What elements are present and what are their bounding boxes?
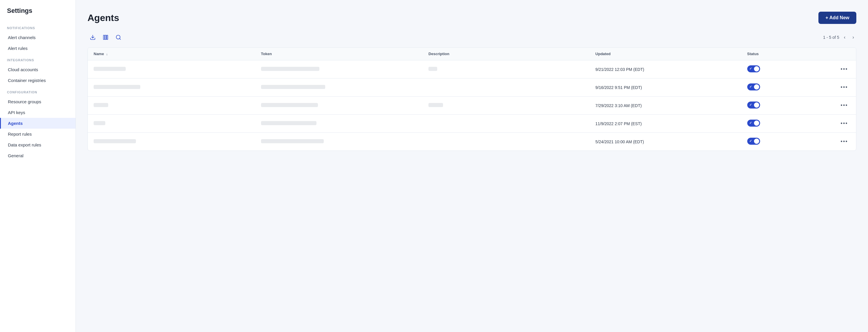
toggle-thumb-2 <box>754 102 759 108</box>
cell-updated-4: 5/24/2021 10:00 AM (EDT) <box>589 133 741 151</box>
toggle-check-icon-3: ✓ <box>749 121 752 125</box>
cell-description-2 <box>423 96 589 115</box>
table-row: 11/9/2022 2:07 PM (EST) ✓ ••• <box>88 115 856 133</box>
sidebar-item-report-rules[interactable]: Report rules <box>0 129 75 140</box>
pagination-next-button[interactable]: › <box>850 34 856 41</box>
cell-status-4: ✓ <box>741 133 832 151</box>
cell-name-4 <box>88 133 255 151</box>
th-actions <box>832 48 856 60</box>
main-content: Agents + Add New <box>76 0 868 332</box>
search-icon <box>116 34 121 40</box>
cell-token-4 <box>255 133 423 151</box>
pagination-prev-button[interactable]: ‹ <box>841 34 847 41</box>
toolbar: 1 - 5 of 5 ‹ › <box>88 32 856 42</box>
svg-line-5 <box>120 38 121 40</box>
columns-icon <box>103 34 108 40</box>
add-new-button[interactable]: + Add New <box>818 12 856 24</box>
download-icon <box>90 34 96 40</box>
th-description: Description <box>423 48 589 60</box>
toolbar-left <box>88 32 124 42</box>
cell-status-2: ✓ <box>741 96 832 115</box>
cell-token-2 <box>255 96 423 115</box>
cell-updated-3: 11/9/2022 2:07 PM (EST) <box>589 115 741 133</box>
cell-name-0 <box>88 60 255 79</box>
cell-description-3 <box>423 115 589 133</box>
cell-status-1: ✓ <box>741 79 832 96</box>
toggle-check-icon-0: ✓ <box>749 67 752 70</box>
sidebar-item-agents[interactable]: Agents <box>0 118 75 129</box>
table-row: 7/29/2022 3:10 AM (EDT) ✓ ••• <box>88 96 856 115</box>
sidebar-section-configuration: CONFIGURATION <box>0 86 75 96</box>
cell-updated-1: 9/16/2022 9:51 PM (EDT) <box>589 79 741 96</box>
three-dots-button-1[interactable]: ••• <box>838 83 850 92</box>
download-button[interactable] <box>88 32 98 42</box>
table-row: 9/21/2022 12:03 PM (EDT) ✓ ••• <box>88 60 856 79</box>
toggle-3[interactable]: ✓ <box>747 120 760 127</box>
cell-name-1 <box>88 79 255 96</box>
th-status: Status <box>741 48 832 60</box>
sidebar-item-container-registries[interactable]: Container registries <box>0 75 75 86</box>
sidebar-item-cloud-accounts[interactable]: Cloud accounts <box>0 64 75 75</box>
cell-description-0 <box>423 60 589 79</box>
three-dots-button-0[interactable]: ••• <box>838 65 850 73</box>
toggle-thumb-1 <box>754 84 759 90</box>
toggle-track-4: ✓ <box>747 138 760 145</box>
toggle-1[interactable]: ✓ <box>747 84 760 90</box>
th-token: Token <box>255 48 423 60</box>
svg-rect-2 <box>105 35 106 40</box>
cell-status-0: ✓ <box>741 60 832 79</box>
toggle-thumb-0 <box>754 66 759 71</box>
toggle-track-3: ✓ <box>747 120 760 127</box>
sidebar-item-resource-groups[interactable]: Resource groups <box>0 96 75 107</box>
pagination-text: 1 - 5 of 5 <box>823 35 839 40</box>
sidebar-item-alert-rules[interactable]: Alert rules <box>0 43 75 54</box>
sort-icon-name: ↓ <box>106 52 108 56</box>
cell-name-2 <box>88 96 255 115</box>
toggle-4[interactable]: ✓ <box>747 138 760 145</box>
sidebar-item-data-export-rules[interactable]: Data export rules <box>0 140 75 150</box>
sidebar: Settings NOTIFICATIONS Alert channels Al… <box>0 0 76 332</box>
three-dots-button-3[interactable]: ••• <box>838 119 850 128</box>
table-header-row: Name ↓ Token Description Updated Status <box>88 48 856 60</box>
cell-token-0 <box>255 60 423 79</box>
cell-description-4 <box>423 133 589 151</box>
table-row: 5/24/2021 10:00 AM (EDT) ✓ ••• <box>88 133 856 151</box>
sidebar-item-general[interactable]: General <box>0 150 75 161</box>
cell-token-3 <box>255 115 423 133</box>
sidebar-title: Settings <box>0 7 75 22</box>
toggle-thumb-4 <box>754 139 759 144</box>
toggle-thumb-3 <box>754 120 759 126</box>
three-dots-button-2[interactable]: ••• <box>838 101 850 110</box>
sidebar-item-alert-channels[interactable]: Alert channels <box>0 32 75 43</box>
toggle-track-0: ✓ <box>747 65 760 72</box>
cell-token-1 <box>255 79 423 96</box>
columns-button[interactable] <box>100 32 111 42</box>
cell-actions-0: ••• <box>832 60 856 79</box>
cell-actions-1: ••• <box>832 79 856 96</box>
toggle-track-1: ✓ <box>747 84 760 90</box>
cell-updated-2: 7/29/2022 3:10 AM (EDT) <box>589 96 741 115</box>
sidebar-section-notifications: NOTIFICATIONS <box>0 22 75 32</box>
svg-rect-1 <box>103 35 105 40</box>
toggle-2[interactable]: ✓ <box>747 101 760 109</box>
sidebar-item-api-keys[interactable]: API keys <box>0 107 75 118</box>
cell-updated-0: 9/21/2022 12:03 PM (EDT) <box>589 60 741 79</box>
cell-actions-4: ••• <box>832 133 856 151</box>
toggle-0[interactable]: ✓ <box>747 65 760 72</box>
content-area: Agents + Add New <box>76 0 868 332</box>
toggle-check-icon-1: ✓ <box>749 85 752 89</box>
search-button[interactable] <box>113 32 124 42</box>
toolbar-right: 1 - 5 of 5 ‹ › <box>823 34 856 41</box>
agents-table: Name ↓ Token Description Updated Status … <box>88 47 856 151</box>
cell-actions-3: ••• <box>832 115 856 133</box>
table-row: 9/16/2022 9:51 PM (EDT) ✓ ••• <box>88 79 856 96</box>
th-updated: Updated <box>589 48 741 60</box>
three-dots-button-4[interactable]: ••• <box>838 138 850 146</box>
svg-rect-3 <box>107 35 107 40</box>
th-name[interactable]: Name ↓ <box>88 48 255 60</box>
toggle-track-2: ✓ <box>747 101 760 109</box>
page-header: Agents + Add New <box>88 12 856 24</box>
cell-status-3: ✓ <box>741 115 832 133</box>
toggle-check-icon-4: ✓ <box>749 139 752 143</box>
page-title: Agents <box>88 12 119 23</box>
